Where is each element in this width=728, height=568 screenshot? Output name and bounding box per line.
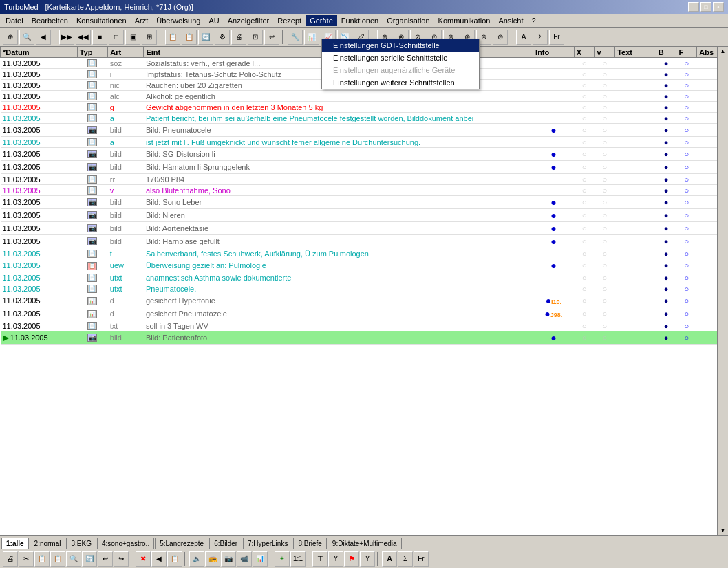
tb-btn-27[interactable]: A (516, 30, 531, 45)
dropdown-item-other[interactable]: Einstellungen weiterer Schnittstellen (322, 76, 479, 89)
cell-x[interactable]: ○ (574, 148, 595, 161)
btb-20[interactable]: Y (328, 551, 343, 567)
maximize-button[interactable]: □ (700, 2, 711, 12)
cell-f[interactable]: ○ (676, 148, 697, 161)
cell-v[interactable]: ○ (595, 58, 615, 69)
menu-geraete[interactable]: Geräte (306, 15, 337, 26)
menu-arzt[interactable]: Arzt (131, 15, 153, 26)
btb-11[interactable]: 📋 (167, 551, 182, 567)
tab-alle[interactable]: 1:alle (1, 538, 29, 549)
menu-datei[interactable]: Datei (1, 15, 28, 26)
tb-btn-14[interactable]: 🔧 (288, 30, 303, 45)
cell-v[interactable]: ○ (595, 222, 615, 235)
tab-ekg[interactable]: 3:EKG (66, 538, 96, 549)
cell-b[interactable]: ● (656, 235, 676, 248)
table-row[interactable]: 11.03.2005📄aist jetzt mit li. Fuß umgekn… (1, 137, 728, 148)
table-row[interactable]: 11.03.2005📄aPatient bericht, bei ihm sei… (1, 113, 728, 124)
col-header-art[interactable]: Art (108, 47, 144, 58)
btb-22[interactable]: Y (360, 551, 375, 567)
cell-f[interactable]: ○ (676, 161, 697, 174)
btb-13[interactable]: 📻 (205, 551, 220, 567)
tb-btn-13[interactable]: ↩ (264, 30, 279, 45)
cell-f[interactable]: ○ (676, 69, 697, 80)
tab-briefe[interactable]: 8:Briefe (293, 538, 326, 549)
tab-normal[interactable]: 2:normal (30, 538, 66, 549)
cell-f[interactable]: ○ (676, 259, 697, 272)
cell-b[interactable]: ● (656, 69, 676, 80)
cell-f[interactable]: ○ (676, 185, 697, 196)
cell-f[interactable]: ○ (676, 174, 697, 185)
cell-x[interactable]: ○ (574, 222, 595, 235)
table-row[interactable]: 11.03.2005📷bildBild: SG-Distorsion li●○○… (1, 148, 728, 161)
vertical-scrollbar[interactable]: ▲ ▼ (717, 47, 728, 535)
cell-b[interactable]: ● (656, 272, 676, 283)
cell-b[interactable]: ● (656, 320, 676, 331)
btb-15[interactable]: 📹 (237, 551, 252, 567)
tb-btn-15[interactable]: 📊 (304, 30, 319, 45)
cell-b[interactable]: ● (656, 185, 676, 196)
table-row[interactable]: 11.03.2005📄utxtanamnestisch Asthma sowie… (1, 272, 728, 283)
col-header-f[interactable]: F (676, 47, 697, 58)
table-row[interactable]: ▶ 11.03.2005📷bildBild: Patientenfoto●○○●… (1, 331, 728, 345)
cell-b[interactable]: ● (656, 148, 676, 161)
cell-b[interactable]: ● (656, 58, 676, 69)
cell-v[interactable]: ○ (595, 148, 615, 161)
cell-b[interactable]: ● (656, 124, 676, 137)
cell-f[interactable]: ○ (676, 113, 697, 124)
tb-btn-28[interactable]: Σ (533, 30, 548, 45)
cell-b[interactable]: ● (656, 80, 676, 91)
table-row[interactable]: 11.03.2005📄tSalbenverband, festes Schuhw… (1, 248, 728, 259)
tb-btn-9[interactable]: 📋 (182, 30, 197, 45)
tab-sono[interactable]: 4:sono+gastro.. (97, 538, 154, 549)
btb-17[interactable]: + (275, 551, 290, 567)
cell-x[interactable]: ○ (574, 102, 595, 113)
cell-f[interactable]: ○ (676, 283, 697, 294)
cell-b[interactable]: ● (656, 161, 676, 174)
cell-f[interactable]: ○ (676, 80, 697, 91)
tb-btn-nav-prev[interactable]: ◀ (36, 30, 51, 45)
table-row[interactable]: 11.03.2005📄rr170/90 P84○○●○ (1, 174, 728, 185)
table-row[interactable]: 11.03.2005📄gGewicht abgenommen in den le… (1, 102, 728, 113)
cell-b[interactable]: ● (656, 137, 676, 148)
cell-b[interactable]: ● (656, 91, 676, 102)
cell-v[interactable]: ○ (595, 331, 615, 345)
tb-btn-fr[interactable]: Fr (549, 30, 564, 45)
table-row[interactable]: 11.03.2005📷bildBild: Aortenektasie●○○●○ (1, 222, 728, 235)
cell-v[interactable]: ○ (595, 272, 615, 283)
cell-x[interactable]: ○ (574, 137, 595, 148)
cell-b[interactable]: ● (656, 307, 676, 320)
btb-5[interactable]: 🔍 (66, 551, 81, 567)
cell-b[interactable]: ● (656, 222, 676, 235)
cell-v[interactable]: ○ (595, 185, 615, 196)
cell-x[interactable]: ○ (574, 235, 595, 248)
cell-x[interactable]: ○ (574, 331, 595, 345)
cell-v[interactable]: ○ (595, 235, 615, 248)
cell-v[interactable]: ○ (595, 91, 615, 102)
table-row[interactable]: 11.03.2005📷bildBild: Hämatom li Sprungge… (1, 161, 728, 174)
cell-b[interactable]: ● (656, 102, 676, 113)
close-button[interactable]: × (713, 2, 724, 12)
cell-x[interactable]: ○ (574, 272, 595, 283)
cell-f[interactable]: ○ (676, 248, 697, 259)
btb-19[interactable]: ⊤ (312, 551, 328, 567)
btb-1[interactable]: 🖨 (3, 551, 18, 567)
menu-bearbeiten[interactable]: Bearbeiten (28, 15, 72, 26)
cell-b[interactable]: ● (656, 331, 676, 345)
btb-21[interactable]: ⚑ (344, 551, 359, 567)
cell-x[interactable]: ○ (574, 80, 595, 91)
btb-16[interactable]: 📊 (253, 551, 268, 567)
tb-btn-26[interactable]: ⊝ (493, 30, 508, 45)
menu-ansicht[interactable]: Ansicht (494, 15, 527, 26)
cell-x[interactable]: ○ (574, 161, 595, 174)
tab-hyperlinks[interactable]: 7:HyperLinks (243, 538, 292, 549)
cell-f[interactable]: ○ (676, 124, 697, 137)
cell-v[interactable]: ○ (595, 320, 615, 331)
cell-v[interactable]: ○ (595, 124, 615, 137)
cell-x[interactable]: ○ (574, 69, 595, 80)
col-header-info[interactable]: Info (533, 47, 575, 58)
btb-10[interactable]: ◀ (151, 551, 167, 567)
tb-btn-7[interactable]: ⊞ (142, 30, 157, 45)
cell-v[interactable]: ○ (595, 69, 615, 80)
cell-b[interactable]: ● (656, 259, 676, 272)
tb-btn-print[interactable]: 🖨 (231, 30, 246, 45)
